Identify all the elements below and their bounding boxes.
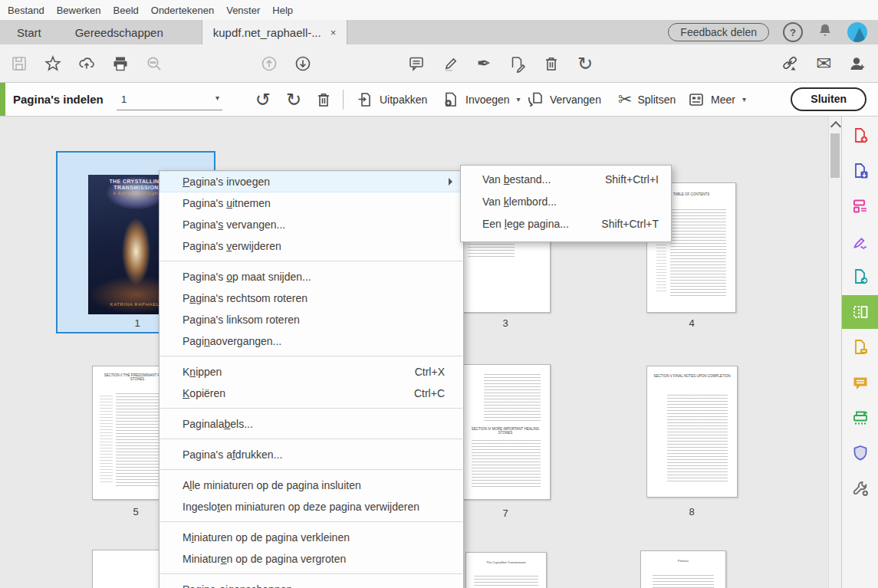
tab-document[interactable]: kupdf.net_raphaell-... × xyxy=(202,20,348,44)
rotate-right-icon[interactable]: ↻ xyxy=(284,90,304,110)
previous-page-icon[interactable] xyxy=(260,54,278,73)
close-tool-button[interactable]: Sluiten xyxy=(791,87,866,111)
page-thumbnail-row3-mid[interactable]: The Crystalline Transmission xyxy=(465,552,547,588)
context-menu-item[interactable]: Kopiëren Ctrl+C xyxy=(159,383,463,404)
bell-icon[interactable] xyxy=(817,22,834,42)
account-avatar[interactable] xyxy=(847,22,867,42)
highlighter-icon[interactable] xyxy=(442,54,460,73)
context-menu-item[interactable]: Ingesloten miniaturen op deze pagina ver… xyxy=(159,496,463,517)
edit-pdf-icon[interactable] xyxy=(851,197,870,215)
scissors-icon: ✂ xyxy=(618,90,632,109)
tab-start[interactable]: Start xyxy=(0,20,58,44)
sign-pen-icon[interactable]: ✒ xyxy=(475,54,493,73)
extract-button[interactable]: Uitpakken xyxy=(356,83,427,116)
context-menu-item[interactable]: Miniaturen op de pagina verkleinen xyxy=(159,527,463,548)
page-range-combobox[interactable]: 1 ▾ xyxy=(117,90,222,110)
context-menu-item[interactable]: Pagina's op maat snijden... xyxy=(159,266,463,287)
page-label-7: 7 xyxy=(490,508,521,519)
rotate-pages-icon[interactable]: ↻ xyxy=(576,54,594,73)
context-menu-item[interactable]: Miniaturen op de pagina vergroten xyxy=(159,548,463,570)
chevron-down-icon: ▾ xyxy=(215,94,219,102)
more-tools-icon[interactable] xyxy=(851,479,870,498)
menubar-item-bestand[interactable]: Bestand xyxy=(6,5,55,16)
edit-page-icon[interactable] xyxy=(508,54,527,73)
feedback-button[interactable]: Feedback delen xyxy=(668,23,769,41)
context-menu-item[interactable]: Pagina's rechtsom roteren xyxy=(159,287,463,309)
insert-button[interactable]: Invoegen ▾ xyxy=(442,83,521,116)
compress-pdf-icon[interactable] xyxy=(851,338,870,356)
add-person-icon[interactable] xyxy=(848,54,866,73)
send-for-signature-icon[interactable] xyxy=(851,268,870,286)
menubar-item-venster[interactable]: Venster xyxy=(225,5,271,16)
row3-mid-heading: The Crystalline Transmission xyxy=(471,560,541,565)
page-label-3: 3 xyxy=(490,317,521,329)
export-pdf-icon[interactable] xyxy=(851,162,870,180)
context-menu-item[interactable]: Paginalabels... xyxy=(159,413,463,435)
context-menu-item[interactable]: Pagina's linksom roteren xyxy=(159,309,463,330)
context-menu-item[interactable]: Pagina's afdrukken... xyxy=(159,444,463,465)
save-icon[interactable] xyxy=(10,54,28,73)
tab-bar: Start Gereedschappen kupdf.net_raphaell-… xyxy=(0,20,878,44)
context-menu-item[interactable]: Knippen Ctrl+X xyxy=(159,361,463,383)
rotate-left-icon[interactable]: ↺ xyxy=(253,90,273,110)
context-menu-item[interactable]: Pagina's verwijderen xyxy=(159,235,463,257)
menubar-item-ondertekenen[interactable]: Ondertekenen xyxy=(150,5,225,16)
page-label-5: 5 xyxy=(120,506,151,517)
create-pdf-icon[interactable] xyxy=(851,126,870,145)
insert-pages-submenu: Van bestand... Shift+Ctrl+I Van klembord… xyxy=(460,165,672,242)
tabbar-right-actions: Feedback delen ? xyxy=(668,20,878,44)
comment-tool-icon[interactable] xyxy=(851,374,870,393)
insert-label: Invoegen xyxy=(465,94,510,106)
insert-icon xyxy=(442,90,460,109)
protect-pdf-icon[interactable] xyxy=(851,444,870,462)
organize-pages-toolbar: Pagina's indelen 1 ▾ ↺ ↻ Uitpakken Invoe… xyxy=(0,83,878,117)
menu-separator xyxy=(160,521,462,522)
main-toolbar: / 280 ✒ ↻ ✉ xyxy=(0,44,878,83)
menu-separator xyxy=(160,408,462,409)
context-menu-item[interactable]: Pagina's uitnemen xyxy=(159,192,463,214)
context-menu-item[interactable]: Pagina's invoegen xyxy=(159,171,463,192)
page-thumbnail-8[interactable]: SECTION V FINAL NOTES UPON COMPLETION xyxy=(646,366,738,498)
submenu-item[interactable]: Een lege pagina... Shift+Ctrl+T xyxy=(461,213,671,235)
page-7-heading: SECTION IV MORE IMPORTANT HEALING STONES xyxy=(466,427,544,435)
close-tab-icon[interactable]: × xyxy=(330,27,337,38)
page-thumbnail-7[interactable]: SECTION IV MORE IMPORTANT HEALING STONES xyxy=(460,364,551,500)
menu-shortcut: Shift+Ctrl+I xyxy=(605,169,659,191)
delete-page-icon[interactable] xyxy=(314,90,334,110)
replace-icon xyxy=(526,90,544,109)
cloud-upload-icon[interactable] xyxy=(77,54,96,73)
help-icon[interactable]: ? xyxy=(783,22,803,42)
mail-icon[interactable]: ✉ xyxy=(814,54,833,73)
scrollbar-up-icon[interactable] xyxy=(830,121,841,132)
tab-tools[interactable]: Gereedschappen xyxy=(58,20,180,44)
comment-icon[interactable] xyxy=(407,54,426,73)
search-icon[interactable] xyxy=(145,54,163,73)
menubar-item-beeld[interactable]: Beeld xyxy=(112,5,150,16)
split-button[interactable]: ✂ Splitsen xyxy=(618,83,676,116)
menubar-item-help[interactable]: Help xyxy=(271,5,304,16)
replace-button[interactable]: Vervangen xyxy=(526,83,601,116)
page-thumbnail-row3-right[interactable]: Preface xyxy=(640,550,726,588)
scan-ocr-icon[interactable] xyxy=(851,409,870,427)
link-icon[interactable] xyxy=(781,54,799,73)
page-label-4: 4 xyxy=(676,317,707,329)
star-icon[interactable] xyxy=(44,54,62,73)
context-menu-item[interactable]: Pagina-eigenschappen... xyxy=(159,579,463,588)
context-menu-item[interactable]: Alle miniaturen op de pagina insluiten xyxy=(159,475,463,496)
vertical-scrollbar[interactable] xyxy=(828,117,841,588)
delete-pages-icon[interactable] xyxy=(542,54,561,73)
print-icon[interactable] xyxy=(111,54,130,73)
context-menu-item[interactable]: Pagina's vervangen... xyxy=(159,214,463,235)
context-menu-item[interactable]: Paginaovergangen... xyxy=(159,330,463,352)
next-page-icon[interactable] xyxy=(294,54,312,73)
menu-shortcut: Ctrl+X xyxy=(415,361,445,383)
page-label-8: 8 xyxy=(676,506,707,517)
submenu-item[interactable]: Van klembord... xyxy=(461,191,671,213)
more-button[interactable]: Meer ▾ xyxy=(687,83,746,116)
scrollbar-thumb[interactable] xyxy=(830,133,840,178)
fill-sign-icon[interactable] xyxy=(851,233,870,251)
submenu-item[interactable]: Van bestand... Shift+Ctrl+I xyxy=(461,169,671,191)
extract-icon xyxy=(356,90,374,109)
menubar-item-bewerken[interactable]: Bewerken xyxy=(55,5,112,16)
organize-pages-icon[interactable] xyxy=(851,303,870,321)
